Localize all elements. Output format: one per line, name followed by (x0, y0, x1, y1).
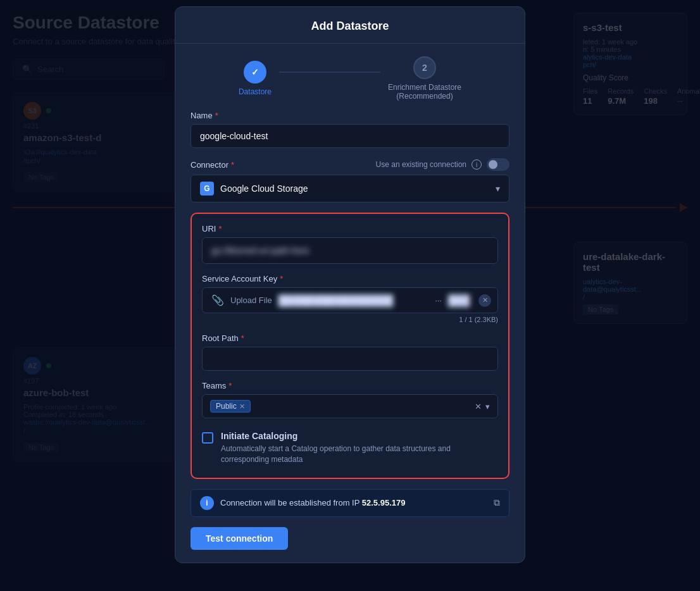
root-path-field-group: Root Path * (202, 333, 498, 371)
info-circle-icon: i (200, 496, 214, 510)
file-extra-blurred: ███ (448, 295, 470, 306)
paperclip-icon: 📎 (211, 294, 224, 306)
team-tag-public: Public ✕ (210, 400, 251, 413)
existing-connection-toggle: Use an existing connection i (376, 158, 509, 171)
uri-blurred-value: gs://blurred-uri-path-here (211, 246, 309, 256)
uri-label: URI * (202, 224, 498, 233)
teams-field-group: Teams * Public ✕ ✕ ▾ (202, 381, 498, 418)
name-label: Name * (191, 111, 509, 120)
team-tag-remove[interactable]: ✕ (239, 402, 245, 411)
step-connector (279, 72, 380, 73)
uri-input[interactable]: gs://blurred-uri-path-here (202, 237, 498, 264)
credentials-box: URI * gs://blurred-uri-path-here Service… (191, 213, 509, 479)
teams-input[interactable]: Public ✕ ✕ ▾ (202, 394, 498, 418)
file-clear-button[interactable]: ✕ (478, 294, 491, 307)
teams-label: Teams * (202, 381, 498, 390)
use-existing-toggle[interactable] (487, 158, 509, 171)
info-icon-small: i (472, 159, 482, 170)
checkbox-unchecked[interactable] (202, 432, 213, 444)
name-field-group: Name * (191, 111, 509, 148)
connector-row: Connector * Use an existing connection i (191, 158, 509, 171)
modal-overlay: Add Datastore ✓ Datastore 2 Enrichment D… (0, 0, 700, 591)
step-1-label: Datastore (239, 87, 272, 96)
test-connection-button[interactable]: Test connection (191, 527, 288, 550)
initiate-cataloging-option: Initiate Cataloging Automatically start … (202, 428, 498, 468)
initiate-cataloging-desc: Automatically start a Catalog operation … (221, 444, 498, 465)
step-2-circle: 2 (413, 56, 436, 79)
initiate-cataloging-checkbox[interactable] (202, 432, 213, 444)
teams-chevron-icon[interactable]: ▾ (485, 402, 490, 411)
step-1: ✓ Datastore (239, 61, 272, 96)
copy-icon[interactable]: ⧉ (494, 497, 500, 508)
modal-body: Name * Connector * Use an existing conne… (175, 111, 525, 563)
service-key-field-group: Service Account Key * 📎 Upload File ████… (202, 274, 498, 323)
file-name-blurred: ████████████████ (278, 295, 428, 306)
file-dots: ··· (435, 296, 442, 305)
root-path-label: Root Path * (202, 333, 498, 343)
initiate-cataloging-text: Initiate Cataloging Automatically start … (221, 431, 498, 465)
info-text: Connection will be established from IP 5… (220, 498, 487, 507)
step-2-label: Enrichment Datastore (Recommended) (388, 83, 461, 101)
teams-clear-icon[interactable]: ✕ (475, 402, 482, 411)
step-2: 2 Enrichment Datastore (Recommended) (388, 56, 461, 101)
connector-label: Connector * (191, 160, 234, 170)
file-size-label: 1 / 1 (2.3KB) (202, 316, 498, 323)
connector-value-label: Google Cloud Storage (220, 184, 308, 194)
uri-field-group: URI * gs://blurred-uri-path-here (202, 224, 498, 264)
info-bar: i Connection will be established from IP… (191, 489, 509, 517)
step-1-circle: ✓ (244, 61, 266, 84)
connector-field-group: Connector * Use an existing connection i… (191, 158, 509, 202)
stepper: ✓ Datastore 2 Enrichment Datastore (Reco… (175, 44, 525, 111)
gcs-icon: G (200, 182, 214, 196)
service-key-label: Service Account Key * (202, 274, 498, 283)
add-datastore-modal: Add Datastore ✓ Datastore 2 Enrichment D… (175, 6, 525, 563)
name-input[interactable] (191, 124, 509, 148)
file-upload-area[interactable]: 📎 Upload File ████████████████ ··· ███ ✕ (202, 287, 498, 313)
connector-select[interactable]: G Google Cloud Storage ▾ (191, 175, 509, 202)
teams-actions: ✕ ▾ (475, 402, 490, 411)
team-tag-label: Public (216, 402, 237, 411)
connector-select-inner: G Google Cloud Storage (200, 182, 308, 196)
root-path-input[interactable] (202, 347, 498, 371)
modal-title: Add Datastore (175, 7, 525, 44)
initiate-cataloging-title: Initiate Cataloging (221, 431, 498, 441)
info-ip-value: 52.5.95.179 (362, 498, 406, 507)
chevron-down-icon: ▾ (496, 184, 500, 194)
info-text-label: Connection will be established from IP (220, 498, 359, 507)
upload-label: Upload File (230, 296, 272, 305)
